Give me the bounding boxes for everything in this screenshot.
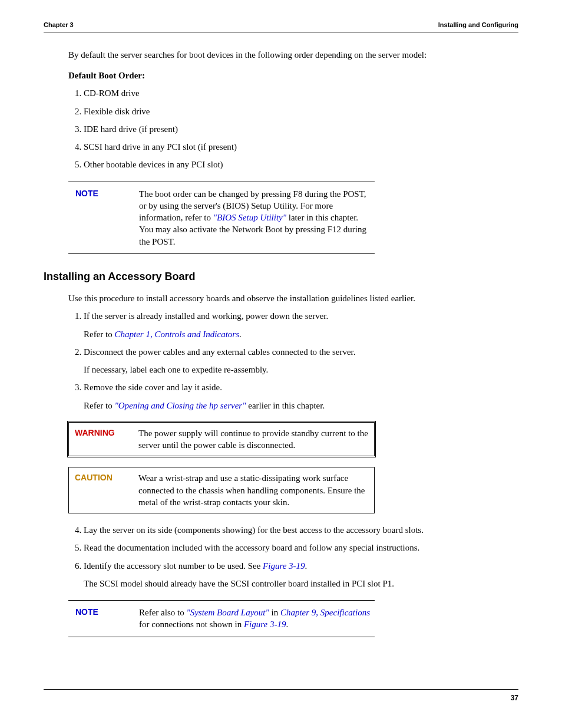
list-item: Other bootable devices in any PCI slot)	[84, 159, 518, 170]
section-heading: Installing an Accessory Board	[44, 269, 518, 284]
bios-setup-link[interactable]: "BIOS Setup Utility"	[213, 213, 286, 222]
list-item: Lay the server on its side (components s…	[84, 524, 518, 536]
note-text: for connections not shown in	[139, 620, 244, 629]
page-number: 37	[511, 693, 518, 703]
step-text: If the server is already installed and w…	[84, 311, 328, 321]
step-sub: If necessary, label each one to expedite…	[84, 364, 518, 375]
note-text: Refer also to	[139, 608, 186, 617]
steps-list-a: If the server is already installed and w…	[68, 310, 518, 411]
figure-3-19-link[interactable]: Figure 3-19	[263, 561, 305, 571]
note-label: NOTE	[75, 607, 139, 618]
list-item: SCSI hard drive in any PCI slot (if pres…	[84, 141, 518, 153]
note-label: NOTE	[75, 188, 139, 199]
list-item: Read the documentation included with the…	[84, 542, 518, 554]
running-header: Chapter 3 Installing and Configuring	[44, 21, 518, 32]
warning-body: The power supply will continue to provid…	[138, 427, 371, 452]
list-item: IDE hard drive (if present)	[84, 123, 518, 135]
opening-closing-link[interactable]: "Opening and Closing the hp server"	[114, 401, 246, 410]
boot-order-list: CD-ROM drive Flexible disk drive IDE har…	[68, 87, 518, 170]
step-text: Disconnect the power cables and any exte…	[84, 347, 355, 357]
step-sub: The SCSI model should already have the S…	[84, 578, 518, 589]
footer-rule	[44, 689, 518, 690]
warning-admonition: WARNING The power supply will continue t…	[68, 422, 375, 457]
boot-order-heading: Default Boot Order:	[68, 70, 518, 81]
intro-paragraph: By default the server searches for boot …	[68, 49, 518, 61]
note-text: .	[286, 620, 288, 629]
list-item: Disconnect the power cables and any exte…	[84, 346, 518, 376]
step-sub: Refer to Chapter 1, Controls and Indicat…	[84, 328, 518, 340]
header-left: Chapter 3	[44, 21, 74, 29]
header-right: Installing and Configuring	[438, 21, 518, 29]
figure-3-19-link-2[interactable]: Figure 3-19	[244, 620, 286, 629]
list-item: Identify the accessory slot number to be…	[84, 560, 518, 590]
system-board-layout-link[interactable]: "System Board Layout"	[186, 608, 269, 617]
step-text: Remove the side cover and lay it aside.	[84, 383, 222, 392]
step-sub-pre: Refer to	[84, 401, 114, 410]
step-sub-post: earlier in this chapter.	[246, 401, 325, 410]
page: Chapter 3 Installing and Configuring By …	[0, 0, 562, 728]
list-item: If the server is already installed and w…	[84, 310, 518, 340]
list-item: Remove the side cover and lay it aside. …	[84, 381, 518, 411]
step-sub-pre: Refer to	[84, 330, 114, 339]
list-item: Flexible disk drive	[84, 106, 518, 117]
chapter1-link[interactable]: Chapter 1, Controls and Indicators	[114, 330, 239, 339]
caution-admonition: CAUTION Wear a wrist-strap and use a sta…	[68, 467, 375, 513]
step-sub-post: .	[239, 330, 242, 339]
note-admonition-2: NOTE Refer also to "System Board Layout"…	[68, 600, 375, 637]
chapter9-link[interactable]: Chapter 9, Specifications	[280, 608, 370, 617]
caution-label: CAUTION	[75, 472, 138, 483]
note-text: in	[269, 608, 280, 617]
note-body: The boot order can be changed by pressin…	[139, 188, 371, 248]
step-text-post: .	[305, 561, 308, 571]
step-text-pre: Identify the accessory slot number to be…	[84, 561, 263, 571]
note-admonition: NOTE The boot order can be changed by pr…	[68, 182, 375, 254]
caution-body: Wear a wrist-strap and use a static-diss…	[138, 472, 371, 508]
warning-label: WARNING	[75, 427, 138, 439]
section-intro: Use this procedure to install accessory …	[68, 292, 518, 304]
list-item: CD-ROM drive	[84, 87, 518, 99]
steps-list-b: Lay the server on its side (components s…	[68, 524, 518, 589]
note-body: Refer also to "System Board Layout" in C…	[139, 607, 371, 631]
step-sub: Refer to "Opening and Closing the hp ser…	[84, 400, 518, 411]
